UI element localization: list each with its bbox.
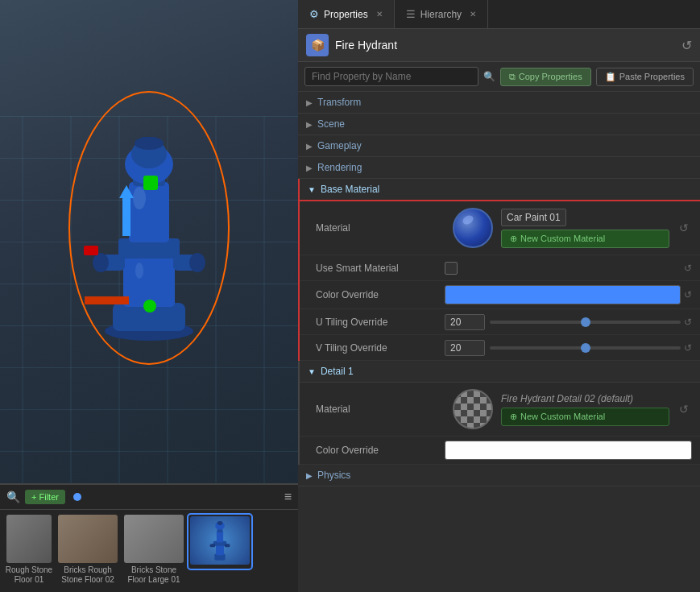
paste-icon: 📋: [605, 72, 616, 82]
thumb-image: [190, 516, 250, 565]
list-view-icon[interactable]: ≡: [284, 490, 292, 504]
filter-button[interactable]: + Filter: [25, 490, 65, 504]
material-name-detail1: Fire Hydrant Detail 02 (default): [501, 393, 633, 404]
thumb-image: [6, 515, 52, 563]
section-label-scene: Scene: [317, 118, 345, 130]
color-swatch-detail1[interactable]: [445, 441, 692, 460]
v-tiling-label: V Tiling Override: [316, 342, 445, 354]
v-tiling-row: V Tiling Override ↺: [300, 335, 700, 361]
material-thumbnail: [453, 208, 493, 248]
reset-material-button[interactable]: ↺: [679, 221, 692, 234]
section-arrow-base-material: ▼: [308, 185, 316, 194]
thumb-item-hydrant[interactable]: [188, 515, 251, 569]
detail1-section: ▼ Detail 1 Material Fire Hydrant Detail …: [298, 361, 700, 465]
search-toolbar: 🔍 ⧉ Copy Properties 📋 Paste Properties: [298, 62, 700, 92]
copy-icon: ⧉: [509, 72, 516, 82]
reset-v-tiling[interactable]: ↺: [684, 342, 692, 354]
section-arrow-physics: ▶: [306, 471, 313, 480]
section-label-detail1: Detail 1: [321, 366, 354, 377]
material-label-detail1: Material: [316, 404, 445, 415]
transform-handle-blue-arrow[interactable]: [122, 192, 130, 236]
properties-tab-close[interactable]: ✕: [376, 10, 383, 19]
thumb-label: Rough Stone Floor 01: [5, 565, 53, 585]
section-arrow-scene: ▶: [306, 120, 313, 129]
color-override-row-detail1: Color Override: [300, 437, 700, 465]
svg-point-24: [217, 521, 223, 525]
section-label-gameplay: Gameplay: [317, 140, 362, 151]
asset-bar-toolbar: 🔍 + Filter ≡: [0, 485, 298, 510]
section-label-rendering: Rendering: [317, 162, 362, 173]
section-gameplay[interactable]: ▶ Gameplay: [298, 135, 700, 157]
transform-handle-red-box[interactable]: [84, 246, 98, 255]
thumb-image: [124, 515, 184, 563]
section-transform[interactable]: ▶ Transform: [298, 92, 700, 114]
section-detail1[interactable]: ▼ Detail 1: [300, 361, 700, 383]
material-info: Car Paint 01 ⊕ New Custom Material: [501, 209, 669, 248]
search-magnifier-icon: 🔍: [483, 71, 495, 82]
hierarchy-tab-icon: ☰: [406, 8, 416, 20]
u-tiling-label: U Tiling Override: [316, 317, 445, 328]
section-physics[interactable]: ▶ Physics: [298, 465, 700, 486]
reset-smart-button[interactable]: ↺: [684, 263, 692, 274]
transform-handle-green-box[interactable]: [143, 176, 158, 190]
material-row-base: Material Car Paint 01 ⊕ New Custom Mater…: [300, 201, 700, 255]
reset-material-detail1[interactable]: ↺: [679, 403, 692, 416]
reset-color-base[interactable]: ↺: [684, 289, 692, 300]
blue-arrow-head: [119, 185, 134, 198]
section-label-transform: Transform: [317, 97, 361, 108]
svg-rect-20: [210, 544, 216, 547]
section-arrow-transform: ▶: [306, 98, 313, 107]
properties-panel: ⚙ Properties ✕ ☰ Hierarchy ✕ 📦 Fire Hydr…: [298, 0, 700, 592]
section-base-material[interactable]: ▼ Base Material: [300, 179, 700, 201]
object-settings-icon[interactable]: ↺: [681, 38, 692, 53]
thumb-item-roughstone[interactable]: Rough Stone Floor 01: [5, 515, 53, 585]
thumb-label: Bricks Stone Floor Large 01: [123, 565, 184, 585]
section-scene[interactable]: ▶ Scene: [298, 114, 700, 135]
transform-handle-green-circle[interactable]: [143, 300, 156, 313]
viewport[interactable]: [0, 0, 298, 483]
color-swatch-base[interactable]: [445, 285, 681, 304]
material-label: Material: [316, 222, 445, 234]
v-tiling-thumb[interactable]: [581, 343, 590, 353]
v-tiling-input[interactable]: [445, 340, 485, 356]
search-icon: 🔍: [6, 491, 20, 503]
search-input[interactable]: [304, 67, 478, 86]
v-tiling-slider[interactable]: [490, 346, 681, 350]
u-tiling-thumb[interactable]: [581, 317, 590, 327]
section-arrow-gameplay: ▶: [306, 142, 313, 151]
object-title-bar: 📦 Fire Hydrant ↺: [298, 29, 700, 62]
material-name: Car Paint 01: [501, 209, 566, 226]
use-smart-checkbox[interactable]: [445, 262, 458, 275]
reset-u-tiling[interactable]: ↺: [684, 317, 692, 328]
color-override-label-detail1: Color Override: [316, 445, 445, 456]
u-tiling-slider[interactable]: [490, 321, 681, 324]
section-arrow-detail1: ▼: [308, 367, 316, 376]
transform-handle-red-arrow[interactable]: [85, 296, 129, 304]
tab-properties[interactable]: ⚙ Properties ✕: [298, 0, 395, 28]
color-override-label-base: Color Override: [316, 289, 445, 300]
tab-bar: ⚙ Properties ✕ ☰ Hierarchy ✕: [298, 0, 700, 29]
asset-bar: 🔍 + Filter ≡ Rough Stone Floor 01 Bricks…: [0, 483, 298, 592]
thumb-item-bricks2[interactable]: Bricks Stone Floor Large 01: [122, 515, 185, 585]
u-tiling-input[interactable]: [445, 314, 485, 330]
tab-hierarchy[interactable]: ☰ Hierarchy ✕: [395, 0, 488, 28]
object-name: Fire Hydrant: [335, 39, 675, 52]
copy-properties-button[interactable]: ⧉ Copy Properties: [500, 68, 591, 86]
color-override-row-base: Color Override ↺: [300, 281, 700, 309]
paste-properties-button[interactable]: 📋 Paste Properties: [596, 68, 694, 86]
section-rendering[interactable]: ▶ Rendering: [298, 157, 700, 179]
svg-rect-21: [225, 544, 230, 547]
hierarchy-tab-label: Hierarchy: [420, 9, 462, 20]
hierarchy-tab-close[interactable]: ✕: [470, 10, 476, 19]
svg-point-8: [189, 253, 205, 272]
section-label-physics: Physics: [317, 470, 350, 481]
new-custom-material-button-base[interactable]: ⊕ New Custom Material: [501, 230, 669, 248]
properties-tab-icon: ⚙: [309, 8, 319, 20]
plus-icon: ⊕: [510, 234, 517, 244]
thumbnails-row: Rough Stone Floor 01 Bricks Rough Stone …: [0, 510, 298, 592]
svg-rect-13: [141, 137, 157, 148]
new-custom-material-button-detail1[interactable]: ⊕ New Custom Material: [501, 408, 669, 426]
properties-content: ▶ Transform ▶ Scene ▶ Gameplay ▶ Renderi…: [298, 92, 700, 592]
thumb-item-bricks1[interactable]: Bricks Rough Stone Floor 02: [56, 515, 119, 585]
svg-point-14: [133, 187, 146, 209]
